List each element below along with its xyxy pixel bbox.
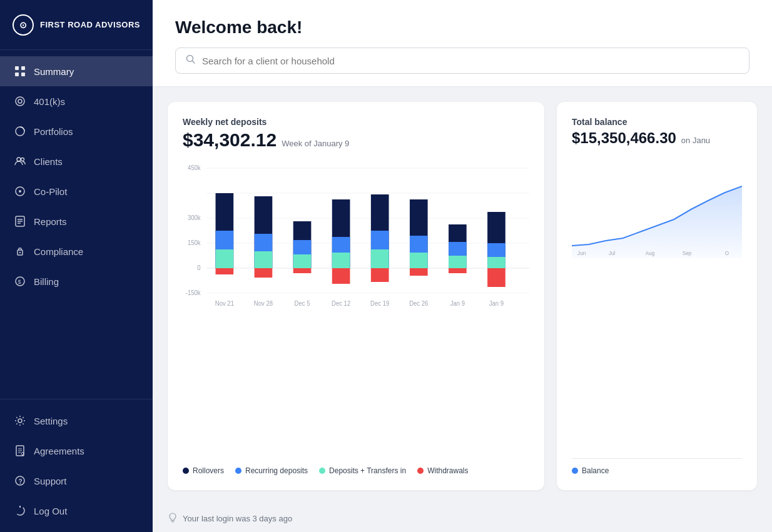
balance-legend: Balance <box>572 458 742 475</box>
svg-text:Dec 19: Dec 19 <box>370 300 389 307</box>
last-login-text: Your last login was 3 days ago <box>183 514 292 523</box>
legend-label: Withdrawals <box>427 466 468 475</box>
sidebar: ⊙ First Road Advisors Summary <box>0 0 153 532</box>
svg-text:$: $ <box>18 279 21 285</box>
bar-chart-svg: 450k 300k 150k 0 -150k <box>183 162 529 312</box>
rollovers-dot <box>183 468 189 474</box>
sidebar-item-label: Support <box>34 476 67 486</box>
footer-info: Your last login was 3 days ago <box>153 505 772 532</box>
chart-legend: Rollovers Recurring deposits Deposits + … <box>183 466 529 475</box>
search-input[interactable] <box>202 56 739 66</box>
sidebar-item-label: Billing <box>34 276 59 287</box>
sidebar-item-label: Agreements <box>34 446 84 456</box>
svg-rect-56 <box>332 268 350 284</box>
settings-icon <box>14 414 26 427</box>
sidebar-item-agreements[interactable]: Agreements <box>0 436 153 466</box>
svg-text:Nov 21: Nov 21 <box>215 300 234 307</box>
deposits-dot <box>319 468 325 474</box>
app-logo: ⊙ First Road Advisors <box>0 0 153 50</box>
svg-rect-3 <box>21 73 25 76</box>
sidebar-item-billing[interactable]: $ Billing <box>0 266 153 296</box>
search-icon <box>186 54 196 67</box>
weekly-card-value: $34,302.12 <box>183 129 277 151</box>
svg-rect-67 <box>449 256 467 268</box>
svg-rect-59 <box>371 249 389 268</box>
svg-rect-43 <box>216 249 234 268</box>
weekly-card-subtitle: Week of January 9 <box>282 139 349 148</box>
sidebar-item-label: Log Out <box>34 506 67 516</box>
sidebar-item-support[interactable]: ? Support <box>0 466 153 496</box>
svg-text:Dec 5: Dec 5 <box>295 300 310 307</box>
svg-text:Sep: Sep <box>683 250 692 256</box>
svg-rect-55 <box>332 253 350 268</box>
svg-line-29 <box>193 61 195 64</box>
sidebar-item-summary[interactable]: Summary <box>0 56 153 86</box>
svg-rect-0 <box>15 66 19 70</box>
billing-icon: $ <box>14 275 26 288</box>
svg-point-7 <box>17 158 21 161</box>
401k-icon <box>14 95 26 108</box>
svg-text:Aug: Aug <box>646 250 655 256</box>
legend-label: Deposits + Transfers in <box>329 466 406 475</box>
sidebar-item-compliance[interactable]: Compliance <box>0 236 153 266</box>
balance-dot <box>572 468 578 474</box>
sidebar-item-label: Reports <box>34 216 67 227</box>
sidebar-item-clients[interactable]: Clients <box>0 146 153 176</box>
svg-rect-60 <box>371 268 389 282</box>
svg-point-26 <box>16 506 24 515</box>
copilot-icon <box>14 185 26 198</box>
svg-text:Jan 9: Jan 9 <box>489 300 504 307</box>
balance-card-value: $15,350,466.30 <box>572 129 676 147</box>
recurring-dot <box>235 468 241 474</box>
svg-point-19 <box>18 419 22 423</box>
sidebar-item-reports[interactable]: Reports <box>0 206 153 236</box>
svg-text:150k: 150k <box>188 239 201 246</box>
svg-text:Jul: Jul <box>609 250 616 256</box>
svg-rect-48 <box>255 268 273 278</box>
legend-label: Recurring deposits <box>245 466 308 475</box>
balance-card-subtitle: on Janu <box>681 136 710 145</box>
logout-icon <box>14 504 26 517</box>
sidebar-item-label: Summary <box>34 66 74 77</box>
cards-area: Weekly net deposits $34,302.12 Week of J… <box>153 87 772 505</box>
bar-chart: 450k 300k 150k 0 -150k <box>183 162 529 459</box>
legend-deposits-transfers: Deposits + Transfers in <box>319 466 406 475</box>
total-balance-card: Total balance $15,350,466.30 on Janu <box>557 102 757 490</box>
svg-text:300k: 300k <box>188 214 201 221</box>
weekly-card-title: Weekly net deposits <box>183 117 529 127</box>
sidebar-item-label: 401(k)s <box>34 96 65 107</box>
svg-rect-68 <box>449 268 467 273</box>
svg-rect-72 <box>487 268 505 287</box>
sidebar-item-portfolios[interactable]: Portfolios <box>0 116 153 146</box>
logo-icon: ⊙ <box>13 14 34 36</box>
sidebar-item-logout[interactable]: Log Out <box>0 496 153 526</box>
sidebar-item-label: Portfolios <box>34 126 73 137</box>
sidebar-item-settings[interactable]: Settings <box>0 406 153 436</box>
svg-text:?: ? <box>19 478 23 485</box>
svg-text:Nov 28: Nov 28 <box>254 300 273 307</box>
svg-point-10 <box>19 190 21 193</box>
svg-rect-47 <box>255 251 273 268</box>
svg-point-4 <box>16 97 24 106</box>
svg-point-8 <box>21 158 24 161</box>
sidebar-nav: Summary 401(k)s Portfolios <box>0 50 153 399</box>
svg-text:450k: 450k <box>188 164 201 171</box>
summary-icon <box>14 65 26 78</box>
sidebar-item-copilot[interactable]: Co-Pilot <box>0 176 153 206</box>
sidebar-bottom: Settings Agreements ? Suppor <box>0 399 153 532</box>
app-name: First Road Advisors <box>40 20 140 29</box>
sidebar-item-401k[interactable]: 401(k)s <box>0 86 153 116</box>
svg-text:0: 0 <box>197 264 201 271</box>
balance-line-chart: Jun Jul Aug Sep O <box>572 158 742 451</box>
sidebar-item-label: Clients <box>34 156 63 167</box>
reports-icon <box>14 215 26 228</box>
search-bar <box>175 48 749 74</box>
legend-label: Rollovers <box>193 466 224 475</box>
svg-text:-150k: -150k <box>186 289 201 296</box>
support-icon: ? <box>14 474 26 487</box>
svg-point-5 <box>18 99 22 103</box>
svg-rect-71 <box>487 257 505 268</box>
main-header: Welcome back! <box>153 0 772 87</box>
legend-rollovers: Rollovers <box>183 466 224 475</box>
sidebar-item-label: Settings <box>34 416 68 426</box>
